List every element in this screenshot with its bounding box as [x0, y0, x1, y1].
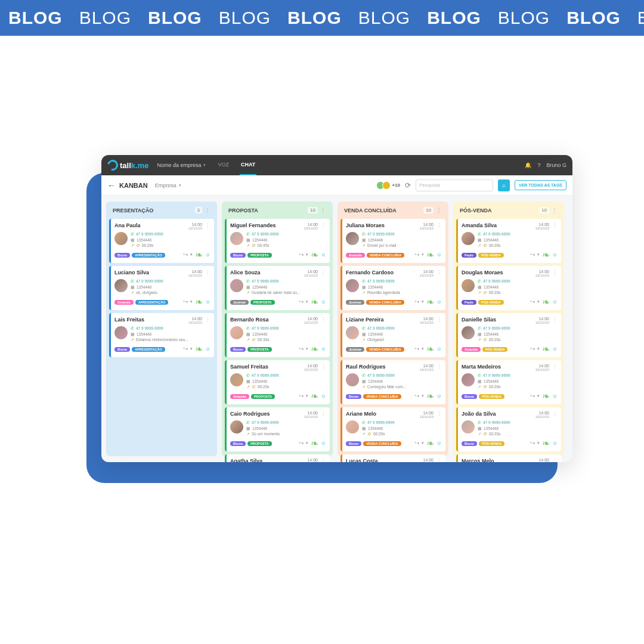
kanban-card[interactable]: Agatha Silva 14:00 19/10/20 ⋮ ✆47 9 9999… [225, 454, 330, 462]
owner-tag[interactable]: Jusimar [346, 347, 364, 352]
kanban-card[interactable]: Bernardo Rosa 14:00 19/10/20 ⋮ ✆47 9 999… [225, 313, 330, 357]
owner-tag[interactable]: Bruno [346, 394, 361, 399]
kanban-card[interactable]: Miguel Fernandes 14:00 19/10/20 ⋮ ✆47 9 … [225, 219, 330, 263]
emoji-icon[interactable]: ☺ [552, 346, 558, 352]
emoji-icon[interactable]: ☺ [205, 299, 210, 305]
card-menu-icon[interactable]: ⋮ [205, 270, 210, 275]
card-actions[interactable]: +◂ ▾ [299, 252, 308, 257]
stage-tag[interactable]: PÓS-VENDA [479, 441, 504, 446]
stage-tag[interactable]: VENDA CONCLUÍDA [363, 441, 401, 446]
kanban-card[interactable]: Marta Medeiros 14:00 19/10/20 ⋮ ✆47 9 99… [456, 360, 561, 404]
emoji-icon[interactable]: ☺ [436, 346, 442, 352]
card-actions[interactable]: +◂ ▾ [414, 441, 424, 445]
card-menu-icon[interactable]: ⋮ [321, 270, 326, 275]
kanban-card[interactable]: Liziane Pereira 14:00 19/10/20 ⋮ ✆47 9 9… [340, 313, 445, 357]
participant-avatars[interactable]: +10 [379, 181, 400, 190]
kanban-card[interactable]: Ana Paula 14:00 19/10/20 ⋮ ✆47 9 9999-99… [109, 219, 214, 263]
stage-tag[interactable]: PROPOSTA [247, 347, 271, 352]
user-name[interactable]: Bruno G [546, 162, 566, 168]
kanban-card[interactable]: Juliana Moraes 14:00 19/10/20 ⋮ ✆47 9 99… [340, 219, 445, 263]
owner-tag[interactable]: Bruno [230, 441, 246, 446]
card-actions[interactable]: +◂ ▾ [530, 252, 540, 257]
stage-tag[interactable]: APRESENTAÇÃO [132, 253, 165, 258]
stage-tag[interactable]: VENDA CONCLUÍDA [366, 300, 404, 305]
kanban-card[interactable]: Douglas Moraes 14:00 19/10/20 ⋮ ✆47 9 99… [456, 266, 561, 310]
owner-tag[interactable]: Bruno [462, 394, 477, 399]
company-dropdown[interactable]: Nome da empresa▾ [157, 162, 206, 168]
card-menu-icon[interactable]: ⋮ [321, 222, 326, 228]
emoji-icon[interactable]: ☺ [321, 440, 326, 446]
emoji-icon[interactable]: ☺ [321, 299, 326, 305]
stage-tag[interactable]: VENDA CONCLUÍDA [363, 394, 401, 399]
emoji-icon[interactable]: ☺ [205, 346, 210, 352]
emoji-icon[interactable]: ☺ [321, 393, 326, 399]
kanban-card[interactable]: Raul Rodrigues 14:00 19/10/20 ⋮ ✆47 9 99… [340, 360, 445, 404]
card-menu-icon[interactable]: ⋮ [436, 364, 442, 370]
card-actions[interactable]: +◂ ▾ [530, 346, 540, 351]
stage-tag[interactable]: PROPOSTA [247, 253, 271, 258]
card-menu-icon[interactable]: ⋮ [552, 411, 558, 417]
card-menu-icon[interactable]: ⋮ [321, 364, 326, 370]
emoji-icon[interactable]: ☺ [321, 346, 326, 352]
kanban-card[interactable]: Marcos Melo 14:00 19/10/20 ⋮ ✆47 9 9999-… [456, 454, 561, 462]
kanban-card[interactable]: João da Silva 14:00 19/10/20 ⋮ ✆47 9 999… [456, 407, 561, 451]
kanban-card[interactable]: Alice Souza 14:00 19/10/20 ⋮ ✆47 9 9999-… [225, 266, 330, 310]
card-menu-icon[interactable]: ⋮ [552, 364, 558, 370]
kanban-card[interactable]: Danielle Silas 14:00 19/10/20 ⋮ ✆47 9 99… [456, 313, 561, 357]
stage-tag[interactable]: PROPOSTA [250, 300, 274, 305]
card-actions[interactable]: +◂ ▾ [299, 299, 308, 304]
kanban-card[interactable]: Fernando Cardoso 14:00 19/10/20 ⋮ ✆47 9 … [340, 266, 445, 310]
stage-tag[interactable]: PÓS-VENDA [482, 347, 508, 352]
card-menu-icon[interactable]: ⋮ [552, 270, 558, 275]
kanban-card[interactable]: Samuel Freitas 14:00 19/10/20 ⋮ ✆47 9 99… [225, 360, 330, 404]
search-button[interactable]: ⌕ [498, 179, 510, 191]
emoji-icon[interactable]: ☺ [436, 252, 442, 258]
owner-tag[interactable]: Amanda [230, 394, 249, 399]
column-menu-icon[interactable]: ⋮ [552, 207, 558, 213]
stage-tag[interactable]: PÓS-VENDA [478, 253, 504, 258]
column-header[interactable]: PÓS-VENDA 10 ⋮ [456, 205, 561, 216]
empresa-dropdown[interactable]: Empresa▾ [155, 182, 181, 188]
help-icon[interactable]: ? [537, 162, 540, 168]
emoji-icon[interactable]: ☺ [321, 252, 326, 258]
card-menu-icon[interactable]: ⋮ [205, 222, 210, 228]
kanban-card[interactable]: Amanda Silva 14:00 19/10/20 ⋮ ✆47 9 9999… [456, 219, 561, 263]
kanban-card[interactable]: Ariane Melo 14:00 19/10/20 ⋮ ✆47 9 9999-… [340, 407, 445, 451]
card-menu-icon[interactable]: ⋮ [436, 411, 442, 417]
card-actions[interactable]: +◂ ▾ [414, 346, 424, 351]
owner-tag[interactable]: Bruno [230, 347, 246, 352]
emoji-icon[interactable]: ☺ [436, 440, 442, 446]
bell-icon[interactable]: 🔔 [525, 162, 531, 168]
view-all-tags-button[interactable]: VER TODAS AS TAGS [515, 180, 566, 190]
stage-tag[interactable]: VENDA CONCLUÍDA [366, 347, 404, 352]
column-header[interactable]: PRESENTAÇÃO 3 ⋮ [109, 205, 214, 216]
emoji-icon[interactable]: ☺ [552, 252, 558, 258]
owner-tag[interactable]: Bruno [346, 441, 361, 446]
card-actions[interactable]: +◂ ▾ [183, 252, 193, 257]
card-actions[interactable]: +◂ ▾ [299, 394, 308, 398]
owner-tag[interactable]: Paulo [462, 253, 476, 258]
stage-tag[interactable]: PROPOSTA [247, 441, 271, 446]
card-menu-icon[interactable]: ⋮ [321, 411, 326, 417]
card-menu-icon[interactable]: ⋮ [552, 222, 558, 228]
stage-tag[interactable]: APRESENTAÇÃO [135, 300, 169, 305]
logo[interactable]: tallk.me [107, 160, 148, 171]
emoji-icon[interactable]: ☺ [552, 393, 558, 399]
stage-tag[interactable]: APRESENTAÇÃO [132, 347, 165, 352]
tab-voz[interactable]: VOZ [216, 155, 230, 175]
card-menu-icon[interactable]: ⋮ [321, 317, 326, 323]
card-actions[interactable]: +◂ ▾ [299, 346, 308, 351]
stage-tag[interactable]: PÓS-VENDA [479, 394, 504, 399]
owner-tag[interactable]: Bruno [230, 253, 246, 258]
card-actions[interactable]: +◂ ▾ [414, 252, 424, 257]
kanban-card[interactable]: Lucas Costa 14:00 19/10/20 ⋮ ✆47 9 9999-… [340, 454, 445, 462]
owner-tag[interactable]: Amanda [462, 347, 481, 352]
emoji-icon[interactable]: ☺ [205, 252, 210, 258]
card-actions[interactable]: +◂ ▾ [414, 299, 424, 304]
card-actions[interactable]: +◂ ▾ [530, 441, 540, 445]
tab-chat[interactable]: CHAT [240, 155, 256, 175]
search-input[interactable]: Pesquisar [416, 179, 493, 191]
emoji-icon[interactable]: ☺ [436, 393, 442, 399]
owner-tag[interactable]: Amanda [346, 253, 365, 258]
card-menu-icon[interactable]: ⋮ [321, 458, 326, 462]
